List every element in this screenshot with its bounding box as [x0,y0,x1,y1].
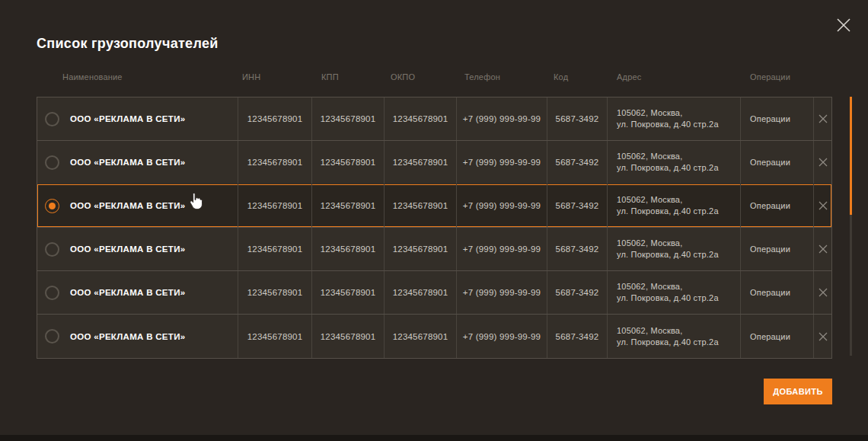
phone-cell: +7 (999) 999-99-99 [457,228,547,270]
address-line-2: ул. Покровка, д.40 стр.2а [617,337,719,348]
operations-button[interactable]: Операции [750,244,790,254]
kpp-cell: 12345678901 [312,97,385,140]
inn-cell: 12345678901 [238,184,312,227]
address-cell: 105062, Москва, ул. Покровка, д.40 стр.2… [608,97,741,140]
delete-icon[interactable] [814,315,831,358]
header-inn: ИНН [238,72,312,81]
table-row[interactable]: ООО «РЕКЛАМА В СЕТИ» 12345678901 1234567… [37,184,831,228]
phone-cell: +7 (999) 999-99-99 [457,184,547,227]
phone-cell: +7 (999) 999-99-99 [457,141,547,184]
operations-button[interactable]: Операции [750,158,790,167]
delete-cell [814,315,831,358]
okpo-cell: 12345678901 [385,141,457,184]
delete-cell [814,141,831,184]
delete-icon[interactable] [814,184,831,227]
delete-icon[interactable] [814,97,831,140]
header-code: Код [547,72,608,81]
delete-icon[interactable] [814,271,831,314]
address-line-2: ул. Покровка, д.40 стр.2а [617,162,719,174]
scrollbar-thumb[interactable] [850,97,852,215]
header-operations: Операции [741,72,814,81]
operations-button[interactable]: Операции [750,114,790,123]
code-cell: 5687-3492 [547,228,608,270]
okpo-cell: 12345678901 [385,228,457,270]
radio-button[interactable] [45,242,59,257]
address-line-1: 105062, Москва, [617,107,719,119]
name-cell: ООО «РЕКЛАМА В СЕТИ» [37,141,238,184]
operations-button[interactable]: Операции [750,288,790,297]
radio-button[interactable] [45,155,59,170]
code-cell: 5687-3492 [547,97,608,140]
address-line-1: 105062, Москва, [617,194,719,206]
consignee-name: ООО «РЕКЛАМА В СЕТИ» [70,288,185,297]
operations-cell: Операции [741,184,814,227]
phone-cell: +7 (999) 999-99-99 [457,315,547,358]
radio-button[interactable] [45,199,59,213]
kpp-cell: 12345678901 [312,315,385,358]
address-cell: 105062, Москва, ул. Покровка, д.40 стр.2… [608,315,741,358]
inn-cell: 12345678901 [238,271,312,314]
add-button[interactable]: ДОБАВИТЬ [764,379,832,404]
code-cell: 5687-3492 [547,184,608,227]
consignee-name: ООО «РЕКЛАМА В СЕТИ» [70,114,185,123]
delete-cell [814,184,831,227]
operations-cell: Операции [741,315,814,358]
code-cell: 5687-3492 [547,141,608,184]
close-icon[interactable] [835,17,852,34]
header-address: Адрес [608,72,741,81]
radio-button[interactable] [45,286,59,300]
operations-cell: Операции [741,141,814,184]
name-cell: ООО «РЕКЛАМА В СЕТИ» [37,228,238,270]
address-cell: 105062, Москва, ул. Покровка, д.40 стр.2… [608,271,741,314]
table-row[interactable]: ООО «РЕКЛАМА В СЕТИ» 12345678901 1234567… [37,271,831,315]
address-line-1: 105062, Москва, [617,281,719,292]
okpo-cell: 12345678901 [385,184,457,227]
bottom-strip [0,435,868,441]
delete-icon[interactable] [814,228,831,270]
header-okpo: ОКПО [385,72,457,81]
address-cell: 105062, Москва, ул. Покровка, д.40 стр.2… [608,228,741,270]
inn-cell: 12345678901 [238,315,312,358]
table-row[interactable]: ООО «РЕКЛАМА В СЕТИ» 12345678901 1234567… [37,97,831,141]
scrollbar-track[interactable] [850,97,852,356]
radio-button[interactable] [45,112,59,126]
delete-cell [814,271,831,314]
operations-button[interactable]: Операции [750,201,790,210]
page-title: Список грузополучателей [37,36,219,52]
address-cell: 105062, Москва, ул. Покровка, д.40 стр.2… [608,141,741,184]
table-row[interactable]: ООО «РЕКЛАМА В СЕТИ» 12345678901 1234567… [37,141,831,184]
delete-icon[interactable] [814,141,831,184]
kpp-cell: 12345678901 [312,184,385,227]
name-cell: ООО «РЕКЛАМА В СЕТИ» [37,271,238,314]
delete-cell [814,97,831,140]
kpp-cell: 12345678901 [312,228,385,270]
header-name: Наименование [37,72,238,81]
address-line-2: ул. Покровка, д.40 стр.2а [617,119,719,130]
address-line-2: ул. Покровка, д.40 стр.2а [617,249,719,260]
code-cell: 5687-3492 [547,271,608,314]
code-cell: 5687-3492 [547,315,608,358]
consignee-name: ООО «РЕКЛАМА В СЕТИ» [70,158,185,167]
radio-button[interactable] [45,329,59,344]
consignee-table: ООО «РЕКЛАМА В СЕТИ» 12345678901 1234567… [37,97,832,359]
header-phone: Телефон [457,72,547,81]
inn-cell: 12345678901 [238,97,312,140]
name-cell: ООО «РЕКЛАМА В СЕТИ» [37,184,238,227]
address-line-1: 105062, Москва, [617,151,719,162]
operations-cell: Операции [741,97,814,140]
consignee-list-modal: Список грузополучателей Наименование ИНН… [0,0,868,441]
consignee-name: ООО «РЕКЛАМА В СЕТИ» [70,332,185,341]
okpo-cell: 12345678901 [385,97,457,140]
address-line-2: ул. Покровка, д.40 стр.2а [617,292,719,304]
operations-button[interactable]: Операции [750,332,790,341]
phone-cell: +7 (999) 999-99-99 [457,97,547,140]
table-row[interactable]: ООО «РЕКЛАМА В СЕТИ» 12345678901 1234567… [37,315,831,358]
table-row[interactable]: ООО «РЕКЛАМА В СЕТИ» 12345678901 1234567… [37,228,831,271]
delete-cell [814,228,831,270]
kpp-cell: 12345678901 [312,141,385,184]
kpp-cell: 12345678901 [312,271,385,314]
operations-cell: Операции [741,228,814,270]
address-cell: 105062, Москва, ул. Покровка, д.40 стр.2… [608,184,741,227]
okpo-cell: 12345678901 [385,271,457,314]
address-line-1: 105062, Москва, [617,325,719,337]
